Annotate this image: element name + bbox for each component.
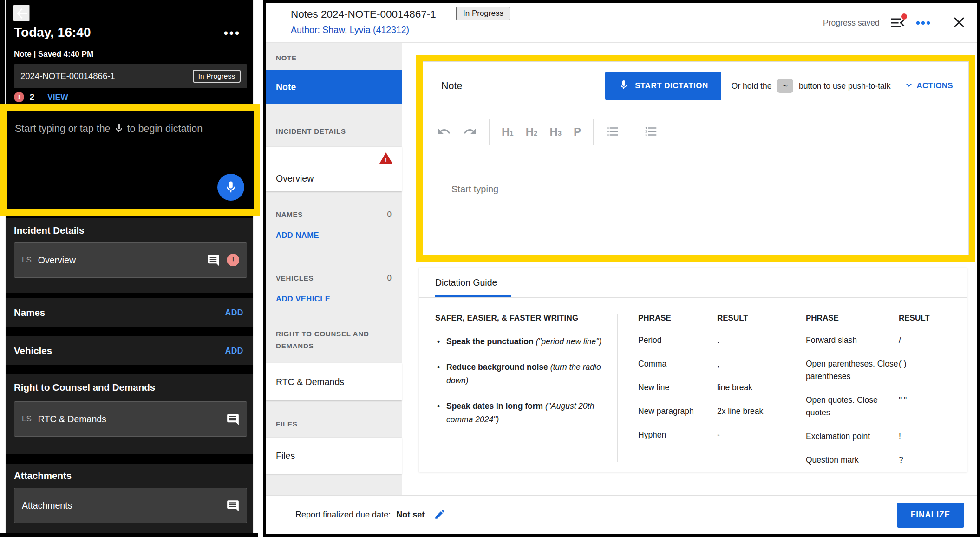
undo-button[interactable]: [437, 124, 451, 140]
view-link[interactable]: VIEW: [47, 92, 68, 102]
tab-dictation-guide[interactable]: Dictation Guide: [435, 277, 497, 288]
rtc-demands-card[interactable]: LS RTC & Demands: [14, 401, 247, 437]
sidebar-group-vehicles: VEHICLES 0: [276, 274, 392, 283]
redo-icon: [463, 124, 477, 140]
heading2-button[interactable]: H2: [526, 125, 538, 138]
guide-column-divider: [617, 314, 618, 462]
bullet-list-button[interactable]: [606, 124, 620, 140]
tab-divider: [419, 297, 967, 298]
mobile-note-panel: ••• Today, 16:40 Note | Saved 4:40 PM 20…: [5, 0, 254, 533]
edit-due-date-button[interactable]: [434, 508, 446, 522]
left-edge-strip: [0, 0, 5, 108]
sidebar-group-rtc: RIGHT TO COUNSEL AND DEMANDS: [276, 328, 390, 352]
dictation-placeholder: Start typing or tap theto begin dictatio…: [7, 111, 254, 135]
phrase-cell: Open quotes. Close quotes: [806, 394, 899, 419]
paragraph-button[interactable]: P: [574, 125, 581, 138]
sidebar-item-overview[interactable]: ! Overview: [266, 147, 402, 191]
section-names: Names ADD: [6, 298, 253, 327]
section-heading: Names: [14, 307, 45, 318]
result-cell: " ": [899, 394, 955, 419]
workspace-footer: Report finalized due date: Not set FINAL…: [266, 495, 977, 534]
note-timestamp-title: Today, 16:40: [14, 25, 91, 40]
phrase-header: PHRASE: [806, 314, 899, 323]
note-id-row[interactable]: 2024-NOTE-00014866-1 In Progress: [14, 64, 247, 88]
phrase-cell: New line: [638, 381, 717, 394]
add-name-button[interactable]: ADD NAME: [276, 231, 319, 240]
author-link[interactable]: Author: Shaw, Lyvia (412312): [291, 25, 409, 35]
add-name-link[interactable]: ADD: [225, 308, 243, 318]
progress-saved-label: Progress saved: [823, 18, 880, 28]
overview-card[interactable]: LS Overview !: [14, 242, 247, 278]
note-saved-status: Note | Saved 4:40 PM: [14, 50, 93, 59]
arrow-left-icon: [14, 16, 30, 23]
vehicles-count: 0: [387, 274, 392, 283]
result-cell: line break: [717, 381, 768, 394]
comment-icon[interactable]: [227, 499, 239, 512]
chevron-down-icon: [903, 79, 915, 93]
sidebar-group-names: NAMES 0: [276, 210, 392, 219]
due-date-value: Not set: [396, 510, 425, 520]
status-badge: In Progress: [193, 70, 241, 83]
more-options-icon[interactable]: •••: [916, 16, 931, 30]
result-cell: .: [717, 334, 768, 347]
writing-tips-column: SAFER, EASIER, & FASTER WRITING Speak th…: [435, 314, 617, 462]
section-vehicles: Vehicles ADD: [6, 336, 253, 365]
note-text-area[interactable]: Start typing: [451, 184, 969, 195]
phrase-cell: Comma: [638, 358, 717, 370]
sidebar-item-files[interactable]: Files: [266, 438, 402, 474]
note-id: 2024-NOTE-00014866-1: [20, 71, 115, 81]
numbered-list-button[interactable]: [644, 124, 658, 140]
undo-icon: [437, 124, 451, 140]
dictation-guide-card: Dictation Guide SAFER, EASIER, & FASTER …: [419, 268, 967, 472]
alert-circle-icon: !: [14, 92, 24, 102]
due-date-label: Report finalized due date:: [295, 510, 391, 520]
heading1-button[interactable]: H1: [502, 125, 514, 138]
heading3-button[interactable]: H3: [549, 125, 562, 138]
workspace-header: Notes 2024-NOTE-00014867-1 In Progress A…: [266, 3, 977, 43]
mic-icon: [618, 79, 629, 93]
result-header: RESULT: [717, 314, 768, 323]
close-button[interactable]: [950, 13, 968, 33]
numbered-list-icon: [644, 124, 658, 140]
alert-row: ! 2 VIEW: [14, 92, 68, 102]
result-cell: ,: [717, 358, 768, 370]
phrase-header: PHRASE: [638, 314, 717, 323]
back-button[interactable]: [13, 5, 30, 21]
toolbar-divider: [593, 119, 594, 145]
add-vehicle-link[interactable]: ADD: [225, 346, 243, 356]
section-heading: Incident Details: [14, 225, 85, 236]
editor-title: Note: [441, 80, 462, 92]
result-cell: ( ): [899, 358, 955, 383]
toolbar-divider: [632, 119, 632, 145]
sidebar-item-note[interactable]: Note: [266, 70, 402, 104]
result-cell: /: [899, 334, 955, 347]
add-vehicle-button[interactable]: ADD VEHICLE: [276, 295, 330, 303]
alert-count: 2: [30, 92, 34, 102]
section-heading: Right to Counsel and Demands: [14, 382, 155, 393]
sidebar-item-rtc-demands[interactable]: RTC & Demands: [266, 363, 402, 400]
mic-button[interactable]: [217, 174, 244, 201]
section-rtc: Right to Counsel and Demands LS RTC & De…: [6, 374, 253, 454]
tilde-key-badge: ~: [777, 79, 793, 93]
highlighted-dictation-box[interactable]: Start typing or tap theto begin dictatio…: [0, 104, 260, 216]
notes-drawer-icon[interactable]: [889, 14, 907, 32]
sidebar-group-incident-details: INCIDENT DETAILS: [276, 127, 346, 135]
names-count: 0: [387, 210, 392, 219]
comment-icon[interactable]: [227, 413, 239, 426]
header-divider: [941, 7, 941, 38]
guide-column-divider: [787, 314, 787, 462]
overflow-menu-icon[interactable]: •••: [224, 26, 241, 40]
start-dictation-button[interactable]: START DICTATION: [605, 72, 721, 100]
mic-icon: [111, 123, 127, 134]
card-label: Attachments: [22, 500, 72, 511]
finalize-button[interactable]: FINALIZE: [897, 503, 964, 528]
redo-button[interactable]: [463, 124, 477, 140]
result-cell: -: [717, 429, 768, 441]
phrase-result-table-2: PHRASE RESULT Forward slash / Open paren…: [806, 314, 955, 462]
actions-dropdown[interactable]: ACTIONS: [903, 79, 953, 93]
sidebar-group-files: FILES: [276, 420, 298, 428]
section-heading: Attachments: [14, 470, 72, 481]
attachments-card[interactable]: Attachments: [14, 488, 247, 523]
comment-icon[interactable]: [207, 254, 220, 267]
bullet-list-icon: [606, 124, 620, 140]
